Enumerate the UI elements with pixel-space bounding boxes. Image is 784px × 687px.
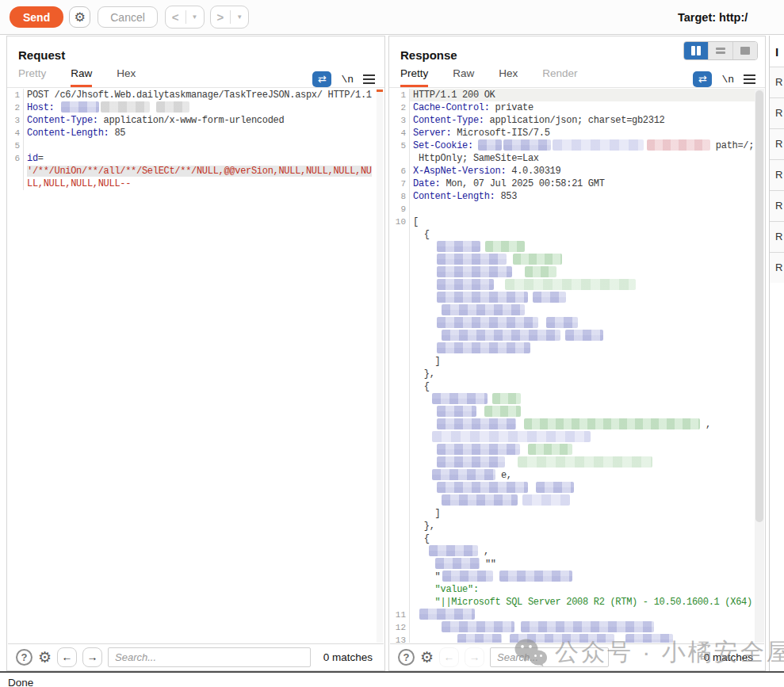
line-content: }, bbox=[410, 368, 764, 380]
redaction-wash bbox=[437, 644, 489, 669]
forward-arrow-icon[interactable]: > bbox=[211, 7, 231, 27]
back-arrow-icon[interactable]: < bbox=[166, 7, 185, 27]
search-prev-button[interactable]: ← bbox=[57, 647, 77, 667]
redacted-block bbox=[419, 609, 475, 620]
code-line bbox=[390, 393, 764, 406]
search-settings-icon[interactable]: ⚙ bbox=[420, 649, 434, 666]
line-content: Content-Type: application/x-www-form-url… bbox=[24, 114, 384, 127]
search-settings-icon[interactable]: ⚙ bbox=[38, 649, 52, 666]
code-text: '/**/UniOn/**/all/**/SelECt/**/NULL,@@ve… bbox=[27, 166, 372, 177]
tab-hex[interactable]: Hex bbox=[499, 67, 518, 87]
code-line bbox=[390, 444, 764, 456]
redacted-block bbox=[485, 241, 525, 252]
inspector-section[interactable]: R bbox=[770, 252, 784, 283]
redacted-block bbox=[61, 101, 99, 113]
code-text: path=/; bbox=[710, 140, 754, 151]
redacted-block bbox=[546, 317, 578, 328]
tab-pretty[interactable]: Pretty bbox=[400, 67, 428, 87]
line-number bbox=[390, 444, 409, 456]
tab-raw[interactable]: Raw bbox=[453, 67, 474, 87]
line-content bbox=[410, 292, 764, 304]
show-newlines-icon[interactable]: \n bbox=[341, 74, 354, 86]
tab-render[interactable]: Render bbox=[542, 67, 577, 87]
code-text: Date: bbox=[413, 178, 441, 189]
word-wrap-icon[interactable]: ⇄ bbox=[312, 71, 331, 87]
line-number: 3 bbox=[8, 114, 23, 127]
line-number bbox=[390, 266, 409, 279]
code-line: , bbox=[390, 545, 764, 558]
line-content bbox=[410, 279, 764, 292]
layout-rows-button[interactable] bbox=[708, 42, 732, 59]
line-number bbox=[390, 469, 409, 482]
back-history-button[interactable]: < ▼ bbox=[165, 6, 205, 29]
line-number bbox=[390, 406, 409, 418]
response-editor[interactable]: 1HTTP/1.1 200 OK2Cache-Control: private3… bbox=[390, 89, 764, 643]
line-content bbox=[410, 266, 764, 279]
line-content: }, bbox=[410, 520, 764, 532]
send-settings-button[interactable]: ⚙ bbox=[69, 6, 90, 28]
line-number bbox=[390, 571, 409, 583]
line-number bbox=[390, 583, 409, 596]
menu-icon[interactable] bbox=[363, 74, 375, 84]
request-search-input[interactable] bbox=[108, 647, 311, 667]
line-content: "value": bbox=[410, 583, 764, 596]
help-icon[interactable]: ? bbox=[16, 649, 33, 666]
code-text: HttpOnly; SameSite=Lax bbox=[413, 153, 539, 164]
request-scrollbar[interactable] bbox=[377, 89, 383, 643]
line-content bbox=[410, 444, 764, 456]
line-content: '/**/UniOn/**/all/**/SelECt/**/NULL,@@ve… bbox=[24, 165, 384, 177]
redacted-block bbox=[156, 101, 189, 113]
redacted-block bbox=[437, 456, 505, 468]
line-number bbox=[390, 304, 409, 317]
layout-columns-button[interactable] bbox=[684, 42, 708, 59]
status-text: Done bbox=[8, 677, 33, 687]
target-label: Target: http:/ bbox=[678, 11, 748, 24]
send-button[interactable]: Send bbox=[10, 6, 63, 28]
response-search-input[interactable] bbox=[490, 647, 609, 667]
line-content: ] bbox=[410, 355, 764, 368]
code-line: 1POST /c6/Jhsoft.Web.dailytaskmanage/Tas… bbox=[8, 89, 384, 101]
forward-dropdown-icon[interactable]: ▼ bbox=[231, 13, 248, 21]
inspector-section[interactable]: R bbox=[770, 221, 784, 252]
help-icon[interactable]: ? bbox=[398, 649, 415, 666]
code-text: Cache-Control: bbox=[413, 102, 490, 113]
code-text: ] bbox=[413, 356, 441, 367]
cancel-button[interactable]: Cancel bbox=[98, 6, 158, 28]
inspector-section[interactable]: R bbox=[770, 97, 784, 128]
search-next-button[interactable]: → bbox=[82, 647, 102, 667]
request-search-matches: 0 matches bbox=[323, 651, 376, 663]
code-line: '/**/UniOn/**/all/**/SelECt/**/NULL,@@ve… bbox=[8, 165, 384, 177]
tab-hex[interactable]: Hex bbox=[117, 67, 136, 87]
code-line: 5 bbox=[8, 139, 384, 152]
code-line: 9 bbox=[390, 203, 764, 216]
redacted-block bbox=[518, 456, 652, 468]
inspector-section[interactable]: R bbox=[770, 159, 784, 190]
show-newlines-icon[interactable]: \n bbox=[721, 74, 734, 86]
line-content: " bbox=[410, 571, 764, 583]
line-content: , bbox=[410, 418, 764, 431]
menu-icon[interactable] bbox=[744, 74, 755, 84]
back-dropdown-icon[interactable]: ▼ bbox=[186, 13, 204, 21]
scrollbar-thumb[interactable] bbox=[755, 90, 763, 522]
redacted-block bbox=[499, 571, 572, 582]
line-content: X-AspNet-Version: 4.0.30319 bbox=[410, 165, 764, 177]
request-editor[interactable]: 1POST /c6/Jhsoft.Web.dailytaskmanage/Tas… bbox=[8, 89, 384, 643]
code-line: 2Host: bbox=[8, 101, 384, 114]
code-text: Content-Length: bbox=[27, 128, 109, 139]
word-wrap-icon[interactable]: ⇄ bbox=[693, 71, 712, 87]
layout-single-button[interactable] bbox=[732, 42, 757, 59]
response-scrollbar[interactable] bbox=[755, 89, 764, 643]
code-line: }, bbox=[390, 368, 764, 380]
inspector-section[interactable]: R bbox=[770, 67, 784, 97]
tab-pretty[interactable]: Pretty bbox=[18, 67, 46, 87]
inspector-section[interactable]: R bbox=[770, 128, 784, 159]
line-content bbox=[410, 304, 764, 317]
scroll-marker bbox=[377, 90, 383, 92]
line-number: 6 bbox=[8, 152, 23, 165]
inspector-section[interactable]: R bbox=[770, 190, 784, 221]
top-toolbar: Send ⚙ Cancel < ▼ > ▼ Target: http:/ bbox=[0, 0, 784, 35]
line-number bbox=[390, 228, 409, 241]
tab-raw[interactable]: Raw bbox=[71, 67, 92, 87]
forward-history-button[interactable]: > ▼ bbox=[210, 6, 250, 29]
line-number: 11 bbox=[390, 609, 409, 621]
